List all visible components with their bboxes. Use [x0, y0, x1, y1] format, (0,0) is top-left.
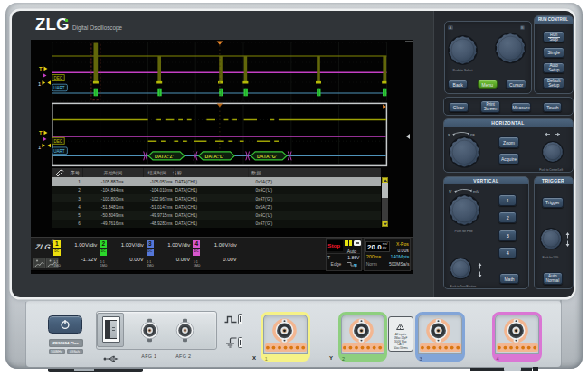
svg-text:DEC: DEC — [53, 76, 62, 80]
svg-text:UART: UART — [53, 149, 65, 154]
svg-text:T: T — [39, 66, 43, 71]
svg-text:T: T — [39, 130, 43, 136]
svg-text:DEC: DEC — [53, 139, 62, 144]
svg-text:DATA:'G': DATA:'G' — [257, 154, 277, 159]
svg-text:DATA:'L': DATA:'L' — [204, 154, 223, 159]
svg-text:1: 1 — [38, 145, 41, 150]
svg-text:UART: UART — [53, 86, 65, 90]
svg-text:1: 1 — [38, 81, 41, 87]
svg-text:DATA:'Z': DATA:'Z' — [155, 154, 174, 159]
